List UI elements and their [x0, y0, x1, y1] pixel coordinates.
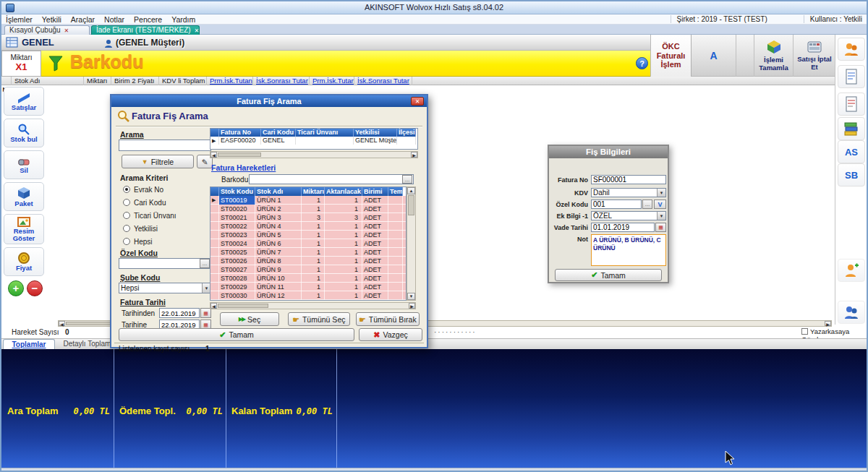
table-row[interactable]: ST00027ÜRÜN 911ADET [210, 265, 406, 274]
ellipsis-button[interactable]: … [642, 199, 652, 209]
menu-item[interactable]: Pencere [134, 15, 162, 24]
menu-item[interactable]: Notlar [104, 15, 124, 24]
radio-option[interactable]: Evrak No [123, 183, 176, 196]
column-header[interactable]: Birim 2 Fiyatı [111, 77, 159, 85]
checkbox-icon[interactable] [801, 328, 808, 335]
radio-option[interactable]: Ticari Ünvanı [123, 209, 176, 222]
ozel-kodu-filter-input[interactable] [119, 258, 211, 269]
invoice-list-grid[interactable]: Fatura NoCari KoduTicari ÜnvanıYetkilisi… [210, 128, 418, 150]
tumunu-sec-button[interactable]: ☛Tümünü Seç [288, 312, 350, 326]
radio-option[interactable]: Cari Kodu [123, 196, 176, 209]
column-header[interactable]: Prm.İsk.Tutan [310, 77, 354, 85]
arama-input[interactable] [119, 140, 211, 151]
menu-item[interactable]: İşlemler [6, 15, 33, 24]
sec-button[interactable]: ▶▶Seç [220, 312, 279, 326]
document-button[interactable] [838, 65, 865, 88]
column-header[interactable]: Yetkilisi [354, 129, 397, 137]
tab-close-icon[interactable]: ✕ [64, 27, 69, 34]
cancel-sale-button[interactable]: Satışı İptal Et [793, 35, 835, 77]
column-header[interactable]: İsk.Sonrası Tutar [354, 77, 412, 85]
package-button[interactable]: Paket [4, 182, 44, 211]
dialog-title-bar[interactable]: Fatura Fiş Arama [111, 95, 427, 107]
not-textarea[interactable]: A ÜRÜNÜ, B ÜRÜNÜ, C ÜRÜNÜ [591, 234, 666, 266]
table-row[interactable]: ST00025ÜRÜN 711ADET [210, 248, 406, 257]
table-row[interactable]: ST00024ÜRÜN 611ADET [210, 239, 406, 248]
dialog-close-button[interactable]: ✕ [411, 97, 424, 106]
dialog-tamam-button[interactable]: ✔Tamam [119, 328, 354, 341]
scroll-right-icon[interactable]: ▶ [411, 152, 417, 158]
vade-tarihi-input[interactable] [591, 223, 655, 232]
calendar-icon[interactable]: ▦ [200, 308, 211, 318]
title-bar[interactable]: AKINSOFT Wolvox Hızlı Satış s8.04.02 [1, 1, 867, 14]
detailgrid-vscrollbar[interactable]: ▲ ▼ [407, 186, 416, 301]
scroll-right-icon[interactable]: ▶ [825, 321, 831, 326]
table-row[interactable]: ST00030ÜRÜN 1211ADET [210, 291, 406, 300]
add-person-button[interactable] [838, 259, 865, 282]
barkodu-input[interactable] [249, 174, 414, 184]
fis-tamam-button[interactable]: ✔Tamam [555, 269, 662, 281]
ellipsis-button[interactable]: … [402, 175, 412, 184]
column-header[interactable]: Prm.İsk.Tutan [207, 77, 253, 85]
customers-button[interactable] [838, 38, 865, 61]
vazgec-button[interactable]: ✖Vazgeç [359, 328, 422, 341]
sales-button[interactable]: Satışlar [4, 87, 44, 116]
table-row[interactable]: ST00023ÜRÜN 511ADET [210, 231, 406, 239]
tab-shortcut-bar[interactable]: Kısayol Çubuğu✕ [4, 25, 90, 35]
radio-option[interactable]: Yetkilisi [123, 222, 176, 235]
column-header[interactable]: Fatura No [219, 129, 261, 137]
complete-transaction-button[interactable]: İşlemi Tamamla [754, 35, 793, 77]
quantity-box[interactable]: Miktarı X1 [1, 51, 41, 77]
table-row[interactable]: ▶ST00019ÜRÜN 111ADET [210, 196, 406, 205]
okc-faturali-islem-button[interactable]: ÖKC Faturalı İşlem [651, 35, 692, 77]
scroll-thumb[interactable] [218, 153, 261, 157]
table-row[interactable]: ST00021ÜRÜN 333ADET [210, 213, 406, 222]
scroll-left-icon[interactable]: ◀ [210, 152, 217, 158]
radio-option[interactable]: Hepsi [123, 235, 176, 248]
column-header[interactable]: Tem [388, 187, 403, 196]
tumunu-birak-button[interactable]: ☛Tümünü Bırak [356, 312, 420, 326]
quantity-funnel-icon[interactable] [47, 55, 64, 72]
sb-button[interactable]: SB [838, 163, 865, 186]
column-header[interactable]: Stok Kodu [219, 187, 255, 196]
detail-grid[interactable]: Stok KoduStok AdıMiktarıAktarılacakBirim… [210, 186, 407, 301]
tab-iade-ekrani[interactable]: İade Ekranı (TEST/MERKEZ)✕ [91, 25, 200, 35]
detailgrid-hscrollbar[interactable]: ◀ ▶ [210, 302, 416, 309]
column-header[interactable]: Aktarılacak [325, 187, 362, 196]
filtrele-button[interactable]: ▼Filtrele [122, 155, 194, 168]
decrease-button[interactable]: − [27, 280, 43, 296]
v-button[interactable]: V [654, 199, 666, 209]
column-header[interactable]: Miktarı [84, 77, 111, 85]
column-header[interactable]: Stok Adı [255, 187, 302, 196]
calendar-icon[interactable]: ▦ [655, 223, 666, 232]
column-header[interactable]: KDV li Toplam [159, 77, 207, 85]
chevron-down-icon[interactable]: ▼ [657, 212, 665, 220]
scroll-left-icon[interactable]: ◀ [59, 321, 65, 326]
tab-totals[interactable]: Toplamlar [3, 339, 55, 350]
invoice-button[interactable] [838, 93, 865, 116]
column-header[interactable]: Cari Kodu [261, 129, 296, 137]
scroll-left-icon[interactable]: ◀ [210, 303, 217, 309]
chevron-down-icon[interactable]: ▼ [657, 189, 665, 197]
group-button[interactable] [838, 301, 865, 324]
as-button[interactable]: AS [838, 140, 865, 163]
column-header[interactable]: Birimi [362, 187, 388, 196]
price-button[interactable]: Fiyat [4, 247, 44, 276]
menu-item[interactable]: Yetkili [42, 15, 61, 24]
table-row[interactable]: ST00022ÜRÜN 411ADET [210, 222, 406, 231]
find-stock-button[interactable]: Stok bul [4, 119, 44, 147]
ek-bilgi-select[interactable]: ÖZEL▼ [591, 211, 666, 220]
customer-list-icon[interactable] [6, 37, 18, 48]
column-header[interactable]: İlçesi [397, 129, 416, 137]
column-header[interactable]: İsk.Sonrası Tutar [253, 77, 310, 85]
barcode-bar[interactable]: Barkodu ? [41, 51, 650, 77]
show-image-button[interactable]: Resim Göster [4, 214, 44, 244]
sube-kodu-select[interactable]: Hepsi▼ [119, 283, 211, 293]
scroll-right-icon[interactable]: ▶ [409, 303, 415, 309]
topgrid-row[interactable]: ▶EASF00020GENELGENEL Müşteri [210, 137, 417, 145]
a-button[interactable]: A [692, 35, 736, 77]
table-row[interactable]: ST00020ÜRÜN 211ADET [210, 205, 406, 213]
ellipsis-button[interactable]: … [200, 259, 210, 268]
ozel-kodu-input[interactable] [591, 199, 642, 209]
tarihinden-input[interactable] [159, 308, 200, 318]
help-icon[interactable]: ? [636, 57, 648, 69]
